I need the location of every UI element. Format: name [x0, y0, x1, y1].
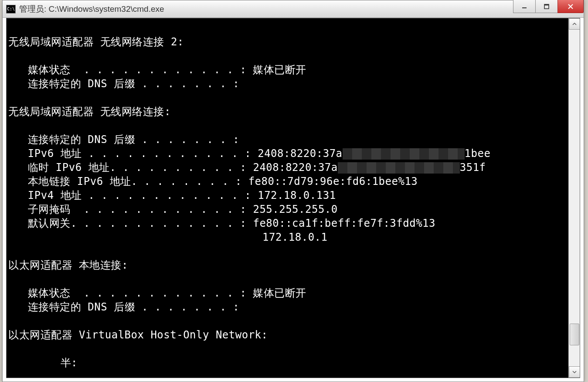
svg-rect-0 [522, 7, 527, 8]
console-line: 172.18.0.1 [8, 230, 567, 244]
chevron-down-icon [572, 370, 577, 374]
redacted-region [343, 148, 465, 160]
console-line: 以太网适配器 VirtualBox Host-Only Network: [8, 328, 567, 342]
client-area: 无线局域网适配器 无线网络连接 2: 媒体状态 . . . . . . . . … [6, 18, 580, 378]
console-line: 以太网适配器 本地连接: [8, 258, 567, 272]
console-line: 无线局域网适配器 无线网络连接: [8, 105, 567, 119]
console-line: 子网掩码 . . . . . . . . . . . . : 255.255.2… [8, 202, 567, 216]
vertical-scrollbar[interactable] [568, 18, 580, 378]
console-line: 本地链接 IPv6 地址. . . . . . . . : fe80::7d79… [8, 174, 567, 188]
titlebar[interactable]: C:\ 管理员: C:\Windows\system32\cmd.exe [3, 0, 584, 18]
minimize-button[interactable] [513, 0, 536, 13]
maximize-icon [544, 3, 550, 10]
window-title: 管理员: C:\Windows\system32\cmd.exe [19, 3, 513, 15]
console-line [8, 342, 567, 356]
svg-rect-2 [544, 4, 549, 6]
console-line: 无线局域网适配器 无线网络连接 2: [8, 35, 567, 49]
scroll-thumb[interactable] [570, 324, 579, 345]
scroll-down-button[interactable] [569, 366, 580, 378]
console-line: 默认网关. . . . . . . . . . . . . : fe80::ca… [8, 216, 567, 230]
scroll-up-button[interactable] [569, 18, 580, 30]
minimize-icon [521, 3, 527, 10]
console-line [8, 272, 567, 286]
console-line: IPv4 地址 . . . . . . . . . . . . : 172.18… [8, 188, 567, 202]
console-line [8, 314, 567, 328]
console-line: 半: [8, 356, 567, 370]
console-line: 临时 IPv6 地址. . . . . . . . . . : 2408:822… [8, 160, 567, 174]
console-line: 媒体状态 . . . . . . . . . . . . : 媒体已断开 [8, 286, 567, 300]
app-icon[interactable]: C:\ [6, 5, 16, 14]
close-button[interactable] [557, 0, 584, 13]
console-line: 连接特定的 DNS 后缀 . . . . . . . : [8, 300, 567, 314]
chevron-up-icon [572, 22, 577, 26]
console-line [8, 244, 567, 258]
console-output[interactable]: 无线局域网适配器 无线网络连接 2: 媒体状态 . . . . . . . . … [7, 18, 568, 378]
console-line: IPv6 地址 . . . . . . . . . . . . : 2408:8… [8, 147, 567, 160]
console-line: 连接特定的 DNS 后缀 . . . . . . . : [8, 77, 567, 91]
console-line [8, 21, 567, 35]
close-icon [568, 3, 574, 10]
console-line [8, 91, 567, 105]
cmd-window: C:\ 管理员: C:\Windows\system32\cmd.exe 无线局… [2, 0, 584, 382]
console-line: 媒体状态 . . . . . . . . . . . . : 媒体已断开 [8, 63, 567, 77]
maximize-button[interactable] [535, 0, 558, 13]
console-line [8, 119, 567, 133]
redacted-region [338, 162, 460, 174]
window-controls [513, 0, 584, 17]
console-line [8, 49, 567, 63]
console-line: 连接特定的 DNS 后缀 . . . . . . . : [8, 133, 567, 147]
